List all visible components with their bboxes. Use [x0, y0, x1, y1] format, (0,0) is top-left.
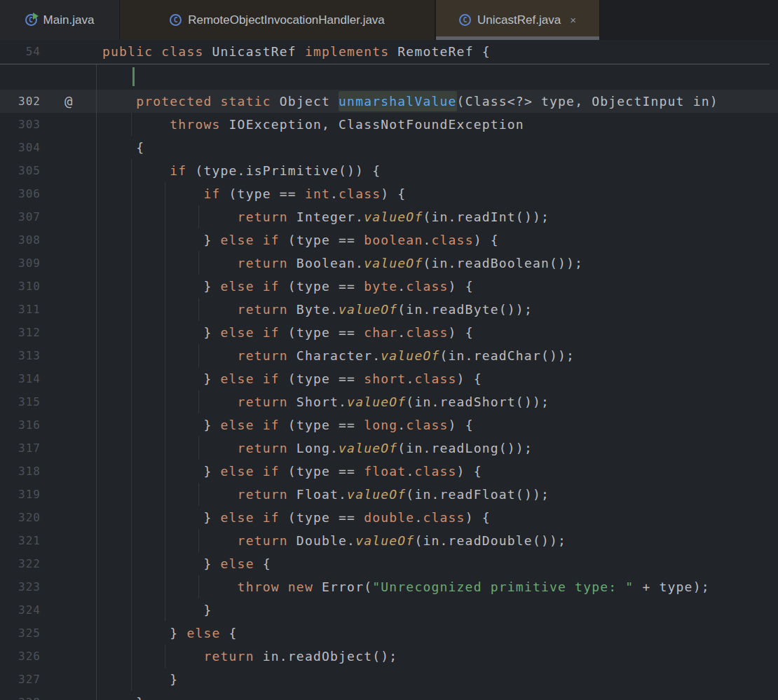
code-text: return Byte.valueOf(in.readByte()); [102, 298, 533, 321]
code-text: if (type.isPrimitive()) { [102, 159, 381, 182]
line-number[interactable]: 303 [0, 113, 41, 136]
code-line[interactable]: 320 } else if (type == double.class) { [0, 506, 778, 529]
code-line[interactable]: 321 return Double.valueOf(in.readDouble(… [0, 529, 778, 552]
code-text: } [102, 598, 212, 622]
line-number[interactable]: 314 [0, 367, 41, 390]
code-text: protected static Object unmarshalValue(C… [102, 90, 718, 113]
code-line[interactable]: 319 return Float.valueOf(in.readFloat())… [0, 483, 778, 506]
line-number[interactable]: 322 [0, 552, 41, 575]
line-number[interactable]: 317 [0, 437, 41, 460]
code-line[interactable]: 54public class UnicastRef implements Rem… [0, 40, 778, 63]
code-line[interactable]: 312 } else if (type == char.class) { [0, 321, 778, 344]
runnable-class-icon: C [25, 14, 37, 26]
line-number[interactable]: 313 [0, 344, 41, 367]
code-text: } else if (type == double.class) { [102, 506, 491, 529]
code-line[interactable]: 307 return Integer.valueOf(in.readInt())… [0, 205, 778, 228]
tab-label: UnicastRef.java [477, 13, 561, 27]
line-number[interactable]: 325 [0, 622, 41, 645]
line-number[interactable]: 307 [0, 205, 41, 228]
code-text: } else if (type == short.class) { [102, 367, 482, 390]
annotation-gutter-icon[interactable]: @ [64, 90, 72, 113]
line-number[interactable]: 321 [0, 529, 41, 552]
code-text: return in.readObject(); [102, 645, 397, 668]
line-number[interactable]: 318 [0, 460, 41, 483]
code-line[interactable]: 314 } else if (type == short.class) { [0, 367, 778, 390]
editor-tab-bar: C Main.java C RemoteObjectInvocationHand… [0, 0, 778, 40]
code-text: } [102, 691, 144, 700]
tab-main-java[interactable]: C Main.java [0, 0, 119, 40]
line-number[interactable]: 312 [0, 321, 41, 344]
code-line[interactable]: 306 if (type == int.class) { [0, 182, 778, 205]
code-line[interactable]: 324 } [0, 598, 778, 622]
line-number[interactable]: 327 [0, 668, 41, 691]
code-text: } else if (type == byte.class) { [102, 275, 474, 298]
tab-label: RemoteObjectInvocationHandler.java [188, 13, 385, 27]
caret [132, 67, 135, 86]
code-line[interactable]: 308 } else if (type == boolean.class) { [0, 228, 778, 252]
code-line[interactable]: 311 return Byte.valueOf(in.readByte()); [0, 298, 778, 321]
code-text: return Long.valueOf(in.readLong()); [102, 437, 533, 460]
code-line[interactable]: 328 } [0, 691, 778, 700]
line-number[interactable]: 305 [0, 159, 41, 182]
code-text: return Float.valueOf(in.readFloat()); [102, 483, 550, 506]
line-number[interactable]: 308 [0, 228, 41, 252]
code-text: return Short.valueOf(in.readShort()); [102, 390, 550, 413]
class-icon: C [170, 14, 182, 26]
code-line[interactable]: 326 return in.readObject(); [0, 645, 778, 668]
code-line[interactable]: 305 if (type.isPrimitive()) { [0, 159, 778, 182]
line-number[interactable]: 315 [0, 390, 41, 413]
code-line[interactable]: 316 } else if (type == long.class) { [0, 413, 778, 437]
tab-unicastref-java[interactable]: C UnicastRef.java × [435, 0, 600, 40]
line-number[interactable]: 311 [0, 298, 41, 321]
tab-remoteobjectinvocationhandler-java[interactable]: C RemoteObjectInvocationHandler.java [119, 0, 435, 40]
class-icon: C [459, 14, 471, 26]
code-text: return Character.valueOf(in.readChar()); [102, 344, 575, 367]
code-line[interactable]: 313 return Character.valueOf(in.readChar… [0, 344, 778, 367]
code-line[interactable]: 318 } else if (type == float.class) { [0, 460, 778, 483]
close-icon[interactable]: × [570, 14, 576, 26]
line-number[interactable]: 326 [0, 645, 41, 668]
run-overlay-icon [33, 13, 39, 20]
code-line[interactable]: 304 { [0, 136, 778, 159]
code-lines-container[interactable]: 302@ protected static Object unmarshalVa… [0, 90, 778, 700]
code-line[interactable]: 303 throws IOException, ClassNotFoundExc… [0, 113, 778, 136]
code-line[interactable]: 323 throw new Error("Unrecognized primit… [0, 575, 778, 598]
line-number[interactable]: 302 [0, 90, 41, 113]
line-number[interactable]: 306 [0, 182, 41, 205]
line-number[interactable]: 54 [0, 40, 41, 63]
code-text: } else if (type == long.class) { [102, 413, 474, 437]
line-number[interactable]: 320 [0, 506, 41, 529]
line-number[interactable]: 304 [0, 136, 41, 159]
code-text: return Double.valueOf(in.readDouble()); [102, 529, 566, 552]
tab-bar-empty-area [600, 0, 778, 40]
blank-editor-row[interactable] [0, 64, 778, 90]
code-text: throws IOException, ClassNotFoundExcepti… [102, 113, 524, 136]
code-line[interactable]: 317 return Long.valueOf(in.readLong()); [0, 437, 778, 460]
code-editor[interactable]: 54public class UnicastRef implements Rem… [0, 40, 778, 700]
code-text: } else if (type == char.class) { [102, 321, 474, 344]
tab-label: Main.java [43, 13, 95, 27]
line-number[interactable]: 328 [0, 691, 41, 700]
code-line[interactable]: 302@ protected static Object unmarshalVa… [0, 90, 778, 113]
code-text: return Boolean.valueOf(in.readBoolean())… [102, 252, 583, 275]
code-text: } else { [102, 622, 238, 645]
gutter-separator [96, 64, 97, 700]
line-number[interactable]: 310 [0, 275, 41, 298]
line-number[interactable]: 309 [0, 252, 41, 275]
line-number[interactable]: 324 [0, 598, 41, 622]
code-line[interactable]: 327 } [0, 668, 778, 691]
code-line[interactable]: 322 } else { [0, 552, 778, 575]
code-text: } else if (type == float.class) { [102, 460, 482, 483]
code-line[interactable]: 310 } else if (type == byte.class) { [0, 275, 778, 298]
line-number[interactable]: 316 [0, 413, 41, 437]
line-number[interactable]: 323 [0, 575, 41, 598]
code-text: public class UnicastRef implements Remot… [102, 40, 491, 63]
code-text: return Integer.valueOf(in.readInt()); [102, 205, 550, 228]
ide-window: C Main.java C RemoteObjectInvocationHand… [0, 0, 778, 700]
code-line[interactable]: 315 return Short.valueOf(in.readShort())… [0, 390, 778, 413]
line-number[interactable]: 319 [0, 483, 41, 506]
sticky-header-line[interactable]: 54public class UnicastRef implements Rem… [0, 40, 778, 64]
code-text: if (type == int.class) { [102, 182, 406, 205]
code-line[interactable]: 325 } else { [0, 622, 778, 645]
code-line[interactable]: 309 return Boolean.valueOf(in.readBoolea… [0, 252, 778, 275]
